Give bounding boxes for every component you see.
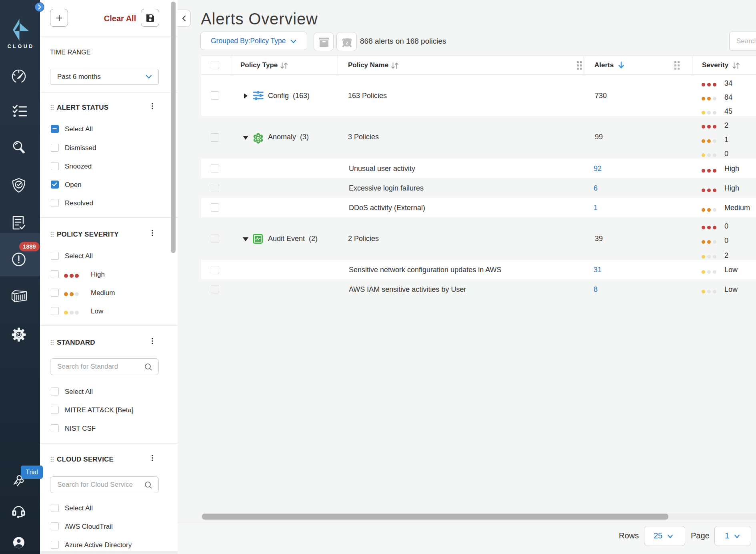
svg-text:z: z xyxy=(346,40,348,46)
